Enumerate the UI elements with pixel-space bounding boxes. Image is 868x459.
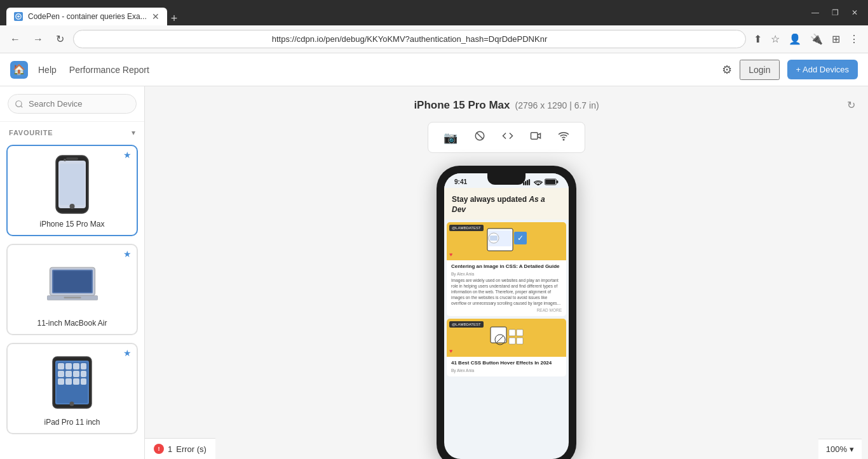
svg-rect-38	[545, 180, 555, 184]
article-2-info: 41 Best CSS Button Hover Effects In 2024…	[447, 357, 566, 376]
phone-status-bar: 9:41	[444, 173, 569, 188]
article-1-body: Images are widely used on websites and p…	[451, 277, 562, 306]
layout-icon[interactable]: ⊞	[829, 30, 843, 48]
restore-button[interactable]: ❐	[828, 7, 843, 18]
svg-rect-5	[60, 164, 85, 205]
article-1-readmore: READ MORE	[451, 308, 562, 312]
svg-rect-4	[64, 159, 66, 161]
article-1-badge: @LAMBDATEST	[449, 225, 484, 231]
svg-rect-47	[509, 329, 515, 336]
device-card-iphone[interactable]: ★ iPhone 15 Pro Max	[6, 145, 138, 236]
svg-rect-17	[73, 363, 79, 369]
close-button[interactable]: ✕	[848, 7, 862, 18]
browser-tabs: CodePen - container queries Exa... ✕ +	[6, 0, 181, 25]
svg-rect-20	[65, 371, 72, 377]
svg-rect-50	[517, 338, 523, 344]
device-title-bar: iPhone 15 Pro Max (2796 x 1290 | 6.7 in)	[414, 99, 599, 112]
tab-close-btn[interactable]: ✕	[152, 11, 159, 22]
device-specs: (2796 x 1290 | 6.7 in)	[515, 100, 599, 110]
section-title: FAVOURITE	[9, 129, 53, 136]
svg-point-36	[538, 183, 539, 185]
refresh-icon[interactable]: ↻	[847, 99, 855, 111]
phone-hero: Stay always updated As a Dev	[444, 188, 569, 220]
bookmark-icon[interactable]: ☆	[768, 30, 782, 48]
svg-point-27	[70, 401, 74, 406]
nav-performance[interactable]: Performance Report	[69, 65, 149, 75]
error-count: 1	[168, 444, 172, 454]
article-2-badge: @LAMBDATEST	[449, 321, 484, 328]
menu-icon[interactable]: ⋮	[846, 30, 862, 48]
device-image-iphone	[47, 152, 98, 216]
app-header: 🏠 Help Performance Report ⚙ Login + Add …	[0, 53, 868, 86]
article-1-title: Centering an Image in CSS: A Detailed Gu…	[451, 263, 562, 270]
minimize-button[interactable]: —	[808, 7, 823, 18]
add-devices-button[interactable]: + Add Devices	[787, 60, 858, 79]
device-main-name: iPhone 15 Pro Max	[414, 99, 510, 112]
login-button[interactable]: Login	[740, 60, 779, 80]
article-2-author: By Alex Ania	[451, 368, 562, 373]
code-tool-button[interactable]	[497, 128, 519, 147]
tab-title: CodePen - container queries Exa...	[28, 12, 147, 21]
svg-rect-43	[490, 236, 498, 241]
collapse-icon[interactable]: ▾	[132, 128, 135, 137]
device-name-ipad: iPad Pro 11 inch	[44, 418, 100, 427]
new-tab-button[interactable]: +	[167, 12, 182, 25]
article-card-2-image: @LAMBDATEST ♥	[447, 319, 566, 357]
home-icon: 🏠	[13, 63, 25, 76]
svg-rect-34	[527, 180, 528, 185]
device-toolbar: 📷	[428, 122, 585, 153]
wifi-tool-button[interactable]	[553, 128, 574, 147]
device-card-macbook[interactable]: ★ 11-inch MacBook Air	[6, 244, 138, 335]
search-device-input[interactable]	[8, 94, 137, 114]
phone-time: 9:41	[454, 178, 467, 185]
svg-rect-9	[53, 270, 91, 292]
back-button[interactable]: ←	[6, 31, 24, 48]
status-icons	[523, 178, 559, 185]
article-1-heart: ♥	[449, 251, 452, 258]
article-card-2: @LAMBDATEST ♥	[447, 319, 566, 376]
svg-rect-39	[557, 180, 558, 183]
error-label: Error (s)	[176, 444, 207, 454]
sidebar: FAVOURITE ▾ ★ iPhone 15 Pro Max ★	[0, 86, 145, 459]
svg-rect-21	[73, 371, 79, 377]
search-box	[0, 86, 144, 122]
nav-help[interactable]: Help	[38, 65, 57, 75]
address-toolbar-icons: ⬆ ☆ 👤 🔌 ⊞ ⋮	[751, 30, 862, 48]
error-dot: !	[154, 444, 164, 454]
svg-rect-16	[65, 363, 72, 369]
favourite-section-header: FAVOURITE ▾	[0, 122, 144, 141]
app-header-right: ⚙ Login + Add Devices	[722, 60, 858, 80]
share-icon[interactable]: ⬆	[751, 30, 764, 48]
star-icon-iphone: ★	[123, 150, 132, 160]
settings-icon[interactable]: ⚙	[722, 63, 732, 77]
video-tool-button[interactable]	[525, 128, 546, 147]
zoom-level: 100%	[826, 444, 847, 454]
profile-icon[interactable]: 👤	[786, 30, 804, 48]
device-card-ipad[interactable]: ★	[6, 343, 138, 434]
address-bar-row: ← → ↻ ⬆ ☆ 👤 🔌 ⊞ ⋮	[0, 25, 868, 53]
svg-rect-15	[58, 363, 64, 369]
extension-icon[interactable]: 🔌	[808, 30, 825, 48]
article-1-author: By Alex Ania	[451, 272, 562, 276]
svg-line-29	[477, 133, 484, 140]
svg-rect-48	[517, 329, 523, 336]
article-2-title: 41 Best CSS Button Hover Effects In 2024	[451, 360, 562, 366]
zoom-chevron[interactable]: ▾	[850, 444, 854, 454]
svg-rect-25	[73, 378, 79, 385]
address-bar[interactable]	[73, 30, 746, 48]
article-card-1: @LAMBDATEST ✓ ♥	[447, 222, 566, 316]
touch-tool-button[interactable]	[469, 128, 491, 147]
svg-text:✓: ✓	[517, 234, 524, 243]
active-tab[interactable]: CodePen - container queries Exa... ✕	[6, 8, 167, 25]
forward-button[interactable]: →	[29, 31, 47, 48]
svg-point-6	[70, 204, 75, 209]
svg-rect-3	[66, 157, 78, 160]
svg-rect-30	[531, 133, 538, 140]
tab-favicon	[14, 12, 23, 21]
camera-tool-button[interactable]: 📷	[438, 128, 463, 147]
svg-rect-26	[81, 378, 86, 385]
star-icon-macbook: ★	[123, 249, 132, 259]
reload-button[interactable]: ↻	[52, 30, 68, 48]
zoom-bar: 100% ▾	[818, 439, 862, 459]
browser-chrome: CodePen - container queries Exa... ✕ + —…	[0, 0, 868, 25]
